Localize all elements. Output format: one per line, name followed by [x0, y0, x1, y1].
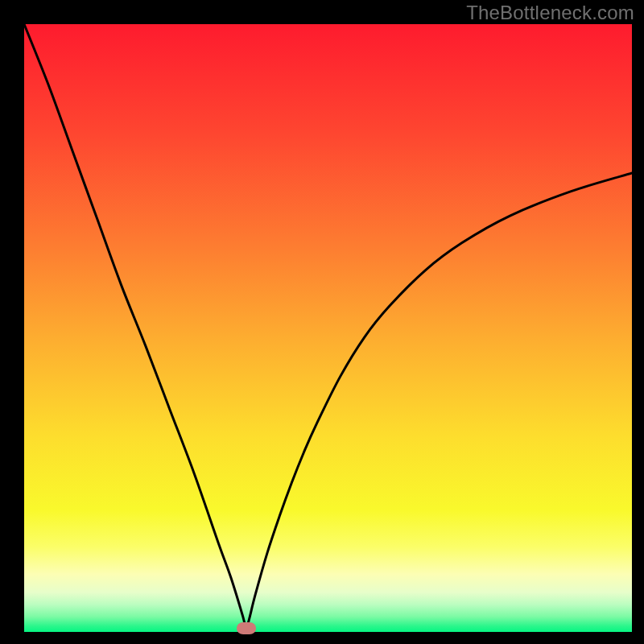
bottleneck-curve	[24, 24, 632, 632]
minimum-marker	[237, 622, 256, 634]
chart-stage: TheBottleneck.com	[0, 0, 644, 644]
watermark-text: TheBottleneck.com	[466, 2, 634, 24]
plot-area	[24, 24, 632, 632]
